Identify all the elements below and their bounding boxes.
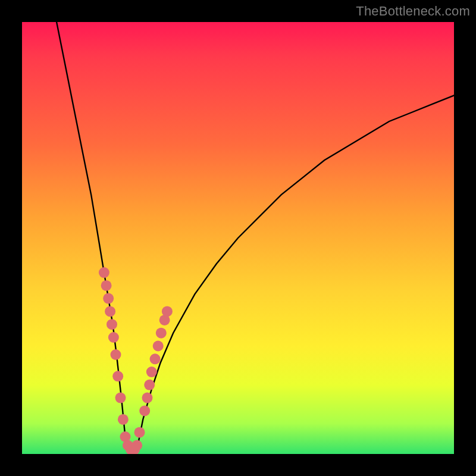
marker-dot: [108, 332, 119, 343]
marker-dot: [162, 306, 173, 317]
marker-dot: [150, 353, 161, 364]
marker-dot: [134, 427, 145, 438]
marker-dot: [153, 341, 164, 352]
marker-dot: [115, 393, 126, 403]
chart-svg: [22, 22, 454, 454]
bottleneck-curve: [57, 22, 454, 454]
marker-dot: [105, 306, 115, 317]
watermark-text: TheBottleneck.com: [356, 4, 470, 19]
marker-dot: [101, 280, 112, 291]
marker-dot: [144, 380, 155, 390]
marker-dot: [131, 440, 142, 451]
marker-dot: [146, 367, 157, 377]
marker-dot: [99, 267, 109, 278]
marker-dot: [112, 371, 123, 381]
plot-area: [22, 22, 454, 454]
marker-dot: [103, 293, 114, 304]
marker-dot: [111, 349, 121, 360]
marker-dot: [156, 328, 167, 339]
chart-frame: TheBottleneck.com: [0, 0, 476, 476]
marker-dot: [139, 405, 150, 416]
marker-dot: [142, 393, 153, 403]
marker-dot: [118, 414, 129, 425]
marker-dot: [107, 319, 117, 330]
